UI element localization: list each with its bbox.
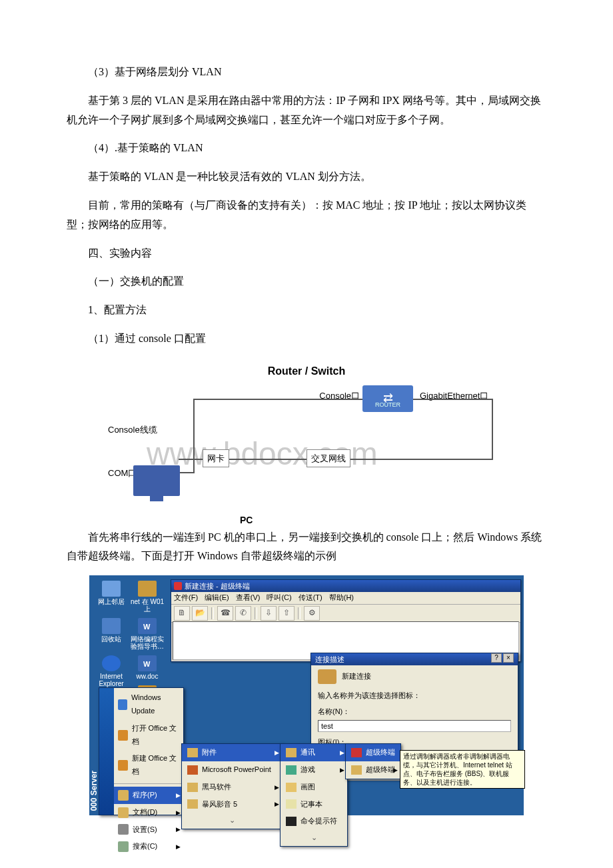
chevron-right-icon: ▶	[275, 799, 279, 809]
item-1: 1、配置方法	[67, 301, 546, 320]
start-item-search[interactable]: 搜索(C) ▶	[114, 838, 183, 855]
chevron-right-icon: ▶	[340, 765, 344, 775]
chevron-right-icon: ▶	[393, 765, 398, 775]
desktop-icon-recycle-bin[interactable]: 回收站	[93, 618, 129, 643]
chevron-right-icon: ▶	[275, 747, 279, 758]
toolbar-receive-icon[interactable]: ⇧	[279, 606, 295, 621]
submenu-item-paint[interactable]: 画图	[281, 779, 347, 796]
search-icon	[118, 841, 129, 852]
chevron-down-icon[interactable]: ⌄	[281, 830, 347, 846]
hyperterminal-icon	[351, 748, 362, 757]
powerpoint-icon	[187, 765, 198, 775]
chevron-right-icon: ▶	[275, 782, 279, 793]
settings-icon	[118, 824, 129, 835]
submenu-item-heima[interactable]: 黑马软件 ▶	[182, 779, 282, 796]
submenu-item-cmd[interactable]: 命令提示符	[281, 813, 347, 830]
menu-edit[interactable]: 编辑(E)	[205, 591, 229, 605]
diagram-title: Router / Switch	[107, 362, 506, 381]
folder-icon	[286, 748, 297, 757]
name-input[interactable]	[318, 720, 511, 732]
toolbar-call-icon[interactable]: ☎	[217, 606, 233, 621]
submenu-item-powerpoint[interactable]: Microsoft PowerPoint	[182, 761, 282, 779]
heading-4: 四、实验内容	[67, 244, 546, 263]
hyperterminal-screenshot: 网上邻居 net 在 W01 上 回收站 网络编程实验指导书… Internet…	[89, 575, 524, 815]
chevron-down-icon[interactable]: ⌄	[182, 813, 282, 829]
para-4-body1: 基于策略的 VLAN 是一种比较灵活有效的 VLAN 划分方法。	[67, 167, 546, 187]
menu-transfer[interactable]: 传送(T)	[299, 591, 322, 605]
toolbar-send-icon[interactable]: ⇩	[261, 606, 277, 621]
start-item-programs[interactable]: 程序(P) ▶	[114, 787, 183, 804]
dialog-title-text: 连接描述	[315, 653, 344, 665]
line	[492, 399, 493, 459]
submenu-item-accessories[interactable]: 附件 ▶	[182, 744, 282, 761]
menu-file[interactable]: 文件(F)	[174, 591, 198, 605]
desktop-icon-net-w01[interactable]: net 在 W01 上	[129, 581, 165, 613]
desktop-icon-ie[interactable]: Internet Explorer	[93, 655, 129, 687]
chevron-right-icon: ▶	[340, 747, 344, 758]
desktop-icon-netlab-doc[interactable]: 网络编程实验指导书…	[129, 618, 165, 650]
submenu-item-games[interactable]: 游戏 ▶	[281, 761, 347, 779]
menu-call[interactable]: 呼叫(C)	[267, 591, 291, 605]
new-connection-icon	[318, 669, 336, 684]
router-switch-diagram: Router / Switch www.bdocx.com Console口 G…	[107, 362, 506, 519]
cmd-icon	[286, 817, 297, 826]
console-cable-label: Console线缆	[107, 422, 159, 437]
window-titlebar[interactable]: 新建连接 - 超级终端	[171, 580, 520, 592]
hyperterminal-tooltip: 通过调制解调器或者非调制解调器电缆，与其它计算机、Internet telnet…	[400, 750, 525, 789]
pc-icon	[133, 465, 187, 499]
start-item-open-office[interactable]: 打开 Office 文档	[114, 720, 183, 751]
chevron-right-icon: ▶	[176, 841, 181, 852]
line	[193, 399, 195, 472]
window-title-text: 新建连接 - 超级终端	[185, 580, 250, 592]
accessories-submenu: 通讯 ▶ 游戏 ▶ 画图 记事本 命令提示符 ⌄	[280, 743, 348, 847]
dialog-titlebar[interactable]: 连接描述 ? ×	[311, 653, 518, 665]
help-button-icon[interactable]: ?	[491, 653, 502, 663]
start-item-documents[interactable]: 文档(D) ▶	[114, 804, 183, 821]
programs-submenu: 附件 ▶ Microsoft PowerPoint 黑马软件 ▶ 暴风影音 5 …	[181, 743, 283, 829]
submenu-item-baofeng[interactable]: 暴风影音 5 ▶	[182, 796, 282, 813]
toolbar: 🗎 📂 ☎ ✆ ⇩ ⇧ ⚙	[171, 605, 520, 623]
notepad-icon	[286, 799, 297, 809]
dialog-prompt: 输入名称并为该连接选择图标：	[318, 689, 511, 703]
para-3: （3）基于网络层划分 VLAN	[67, 63, 546, 82]
communications-submenu: 超级终端 超级终端 ▶	[345, 743, 401, 779]
line	[253, 459, 493, 460]
toolbar-open-icon[interactable]: 📂	[192, 606, 208, 621]
cross-cable-label: 交叉网线	[306, 449, 350, 467]
menu-view[interactable]: 查看(V)	[236, 591, 261, 605]
chevron-right-icon: ▶	[176, 807, 181, 818]
pc-label: PC	[240, 512, 253, 529]
para-4: （4）.基于策略的 VLAN	[67, 139, 546, 158]
submenu-item-communications[interactable]: 通讯 ▶	[281, 744, 347, 761]
line	[193, 399, 362, 400]
start-item-new-office[interactable]: 新建 Office 文档	[114, 750, 183, 781]
desktop-icon-network-neighbor[interactable]: 网上邻居	[93, 581, 129, 605]
nic-label: 网卡	[203, 449, 229, 467]
submenu-item-hyperterminal-folder[interactable]: 超级终端 ▶	[346, 761, 400, 779]
hyperterminal-window: 新建连接 - 超级终端 文件(F) 编辑(E) 查看(V) 呼叫(C) 传送(T…	[171, 579, 521, 662]
start-item-windows-update[interactable]: Windows Update	[114, 689, 183, 720]
line	[413, 399, 493, 400]
desktop-icon-wwdoc[interactable]: ww.doc	[129, 655, 165, 680]
router-icon: ⇄ ROUTER	[362, 385, 413, 412]
paint-icon	[286, 783, 297, 792]
windows-update-icon	[118, 699, 127, 710]
chevron-right-icon: ▶	[176, 824, 181, 835]
submenu-item-hyperterminal[interactable]: 超级终端	[346, 744, 400, 761]
folder-icon	[187, 799, 198, 809]
para-4-body2: 目前，常用的策略有（与厂商设备的支持有关）：按 MAC 地址；按 IP 地址；按…	[67, 196, 546, 235]
new-connection-label: 新建连接	[342, 670, 371, 683]
menu-help[interactable]: 帮助(H)	[329, 591, 354, 605]
start-item-settings[interactable]: 设置(S) ▶	[114, 821, 183, 839]
submenu-item-notepad[interactable]: 记事本	[281, 796, 347, 813]
close-button-icon[interactable]: ×	[503, 653, 514, 663]
app-icon	[174, 582, 182, 590]
menu-bar: 文件(F) 编辑(E) 查看(V) 呼叫(C) 传送(T) 帮助(H)	[171, 592, 520, 605]
toolbar-sep	[255, 607, 257, 619]
toolbar-new-icon[interactable]: 🗎	[174, 606, 190, 621]
programs-icon	[118, 790, 129, 801]
chevron-right-icon: ▶	[176, 790, 181, 801]
toolbar-props-icon[interactable]: ⚙	[304, 606, 320, 621]
item-1-1: （1）通过 console 口配置	[67, 329, 546, 349]
toolbar-hangup-icon[interactable]: ✆	[235, 606, 251, 621]
